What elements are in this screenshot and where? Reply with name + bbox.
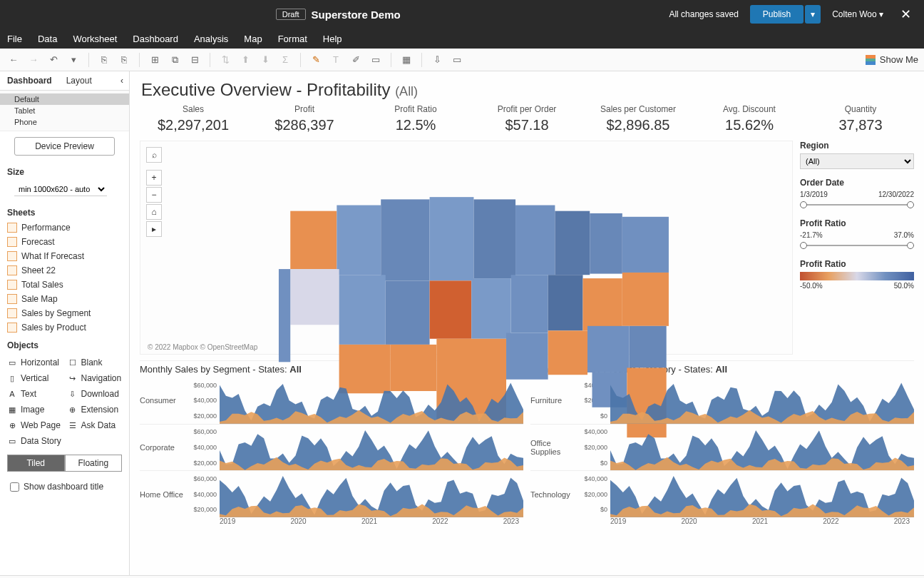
clear-icon[interactable]: ⊟ — [187, 52, 202, 68]
map-search-icon[interactable]: ⌕ — [146, 147, 162, 163]
object-text[interactable]: AText — [7, 387, 62, 400]
object-data-story[interactable]: ▭Data Story — [7, 435, 62, 447]
show-title-label: Show dashboard title — [24, 482, 103, 492]
close-icon[interactable]: ✕ — [895, 6, 917, 22]
map-zoom-out-icon[interactable]: − — [146, 187, 162, 203]
svg-rect-5 — [515, 206, 555, 275]
object-extension[interactable]: ⊕Extension — [68, 403, 123, 416]
tiled-button[interactable]: Tiled — [7, 455, 65, 472]
sheet-sale-map[interactable]: Sale Map — [7, 292, 122, 306]
svg-rect-3 — [430, 197, 474, 280]
svg-rect-1 — [337, 206, 381, 275]
svg-rect-23 — [587, 326, 630, 372]
labels-icon[interactable]: T — [328, 52, 344, 68]
menubar: File Data Worksheet Dashboard Analysis M… — [0, 29, 924, 49]
object-download[interactable]: ⇩Download — [68, 387, 123, 400]
size-select[interactable]: min 1000x620 - auto — [14, 183, 107, 196]
sheet-sales-by-product[interactable]: Sales by Product — [7, 320, 122, 335]
show-me-button[interactable]: Show Me — [866, 54, 918, 65]
collapse-sidebar-icon[interactable]: ‹ — [115, 71, 129, 90]
device-default[interactable]: Default — [0, 93, 129, 105]
object-web-page[interactable]: ⊕Web Page — [7, 419, 62, 432]
device-preview-button[interactable]: Device Preview — [14, 137, 115, 156]
swap-icon[interactable]: ⇅ — [217, 52, 233, 68]
dashboard-canvas: Executive Overview - Profitability (All)… — [130, 71, 924, 575]
format-icon[interactable]: ✐ — [348, 52, 364, 68]
sheet-what-if-forecast[interactable]: What If Forecast — [7, 249, 122, 263]
device-phone[interactable]: Phone — [0, 116, 129, 128]
object-vertical[interactable]: ▯Vertical — [7, 372, 62, 385]
sort-desc-icon[interactable]: ⬇ — [257, 52, 273, 68]
region-select[interactable]: (All) — [800, 153, 914, 169]
forward-icon[interactable]: → — [26, 52, 41, 68]
pause-updates-icon[interactable]: ⎘ — [116, 52, 132, 68]
fit-icon[interactable]: ▭ — [368, 52, 384, 68]
present-icon[interactable]: ▭ — [449, 52, 465, 68]
menu-help[interactable]: Help — [323, 34, 342, 44]
object-image[interactable]: ▦Image — [7, 403, 62, 416]
svg-rect-27 — [279, 269, 290, 362]
svg-rect-16 — [582, 278, 622, 330]
object-navigation[interactable]: ↪Navigation — [68, 372, 123, 385]
profitratio-slider[interactable] — [800, 240, 914, 250]
new-worksheet-icon[interactable]: ⊞ — [147, 52, 163, 68]
sheet-forecast[interactable]: Forecast — [7, 235, 122, 249]
menu-format[interactable]: Format — [278, 34, 307, 44]
svg-rect-12 — [430, 280, 472, 338]
totals-icon[interactable]: Σ — [277, 52, 293, 68]
menu-worksheet[interactable]: Worksheet — [73, 34, 117, 44]
object-blank[interactable]: ☐Blank — [68, 356, 123, 369]
map-zoom-in-icon[interactable]: + — [146, 170, 162, 186]
map-chart[interactable]: ⌕ + − ⌂ ▸ — [140, 141, 793, 355]
svg-rect-22 — [548, 330, 587, 375]
toolbar: ← → ↶ ▾ ⎘ ⎘ ⊞ ⧉ ⊟ ⇅ ⬆ ⬇ Σ ✎ T ✐ ▭ ▦ ⇩ ▭ … — [0, 49, 924, 71]
dashboard-icon[interactable]: ▦ — [399, 52, 414, 68]
svg-rect-9 — [290, 269, 339, 325]
tab-layout[interactable]: Layout — [59, 71, 99, 90]
orderdate-slider[interactable] — [800, 200, 914, 210]
map-pan-icon[interactable]: ▸ — [146, 221, 162, 237]
device-tablet[interactable]: Tablet — [0, 105, 129, 116]
save-status: All changes saved — [669, 9, 738, 19]
menu-file[interactable]: File — [7, 34, 22, 44]
tab-dashboard[interactable]: Dashboard — [0, 71, 59, 90]
sheets-label: Sheets — [0, 202, 129, 220]
svg-rect-24 — [630, 326, 667, 368]
user-menu[interactable]: Colten Woo ▾ — [832, 9, 883, 19]
back-icon[interactable]: ← — [6, 52, 21, 68]
svg-rect-17 — [622, 273, 669, 326]
svg-rect-21 — [506, 333, 548, 380]
kpi-profit-ratio: Profit Ratio12.5% — [364, 104, 468, 133]
sheet-icon — [7, 308, 17, 318]
sheet-performance[interactable]: Performance — [7, 220, 122, 235]
workbook-name: Superstore Demo — [312, 9, 401, 21]
kpi-avg.-discount: Avg. Discount15.62% — [697, 104, 801, 133]
highlight-icon[interactable]: ✎ — [308, 52, 324, 68]
menu-data[interactable]: Data — [38, 34, 57, 44]
floating-button[interactable]: Floating — [65, 455, 123, 472]
orderdate-label: Order Date — [800, 178, 914, 188]
publish-button[interactable]: Publish — [750, 5, 804, 24]
sort-asc-icon[interactable]: ⬆ — [237, 52, 253, 68]
duplicate-icon[interactable]: ⧉ — [167, 52, 183, 68]
object-ask-data[interactable]: ☰Ask Data — [68, 419, 123, 432]
sheet-sales-by-segment[interactable]: Sales by Segment — [7, 306, 122, 320]
new-datasource-icon[interactable]: ⎘ — [96, 52, 112, 68]
kpi-sales-per-customer: Sales per Customer$2,896.85 — [586, 104, 690, 133]
menu-dashboard[interactable]: Dashboard — [133, 34, 178, 44]
download-icon[interactable]: ⇩ — [429, 52, 445, 68]
show-title-checkbox[interactable] — [10, 482, 19, 492]
sheet-sheet-22[interactable]: Sheet 22 — [7, 263, 122, 278]
object-horizontal[interactable]: ▭Horizontal — [7, 356, 62, 369]
menu-analysis[interactable]: Analysis — [194, 34, 228, 44]
sheet-icon — [7, 280, 17, 290]
publish-dropdown[interactable]: ▾ — [805, 5, 821, 24]
undo-icon[interactable]: ↶ — [46, 52, 61, 68]
sheet-total-sales[interactable]: Total Sales — [7, 278, 122, 292]
menu-map[interactable]: Map — [244, 34, 262, 44]
svg-rect-15 — [548, 275, 583, 330]
undo-dropdown[interactable]: ▾ — [66, 52, 81, 68]
kpi-sales: Sales$2,297,201 — [141, 104, 245, 133]
map-home-icon[interactable]: ⌂ — [146, 204, 162, 220]
draft-badge: Draft — [276, 9, 306, 20]
